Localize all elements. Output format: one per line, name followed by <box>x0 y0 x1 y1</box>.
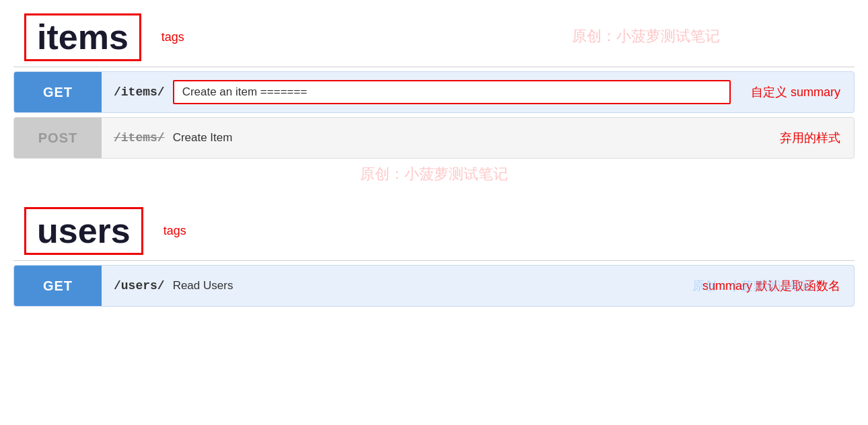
users-get-annotation: summary 默认是取函数名 <box>689 278 854 294</box>
users-section-header: users tags <box>13 200 855 259</box>
users-get-row[interactable]: GET /users/ Read Users summary 默认是取函数名 原… <box>13 265 855 307</box>
users-title: users <box>24 207 143 255</box>
items-title: items <box>24 13 141 61</box>
items-post-row[interactable]: POST /items/ Create Item 弃用的样式 <box>13 117 855 159</box>
mid-watermark-area: 原创：小菠萝测试笔记 <box>13 164 855 184</box>
items-get-summary: Create an item ======= <box>173 80 731 104</box>
items-get-path: /items/ <box>102 85 173 99</box>
items-post-path: /items/ <box>102 131 173 145</box>
items-get-row[interactable]: GET /items/ Create an item ======= 自定义 s… <box>13 71 855 113</box>
items-section-header: items tags 原创：小菠萝测试笔记 <box>13 7 855 65</box>
items-get-method-badge: GET <box>14 72 102 112</box>
items-divider <box>13 67 855 67</box>
items-post-method-badge: POST <box>14 118 102 158</box>
items-tags-label: tags <box>161 30 184 44</box>
users-tags-label: tags <box>164 224 186 238</box>
users-get-path: /users/ <box>102 279 173 293</box>
items-post-annotation: 弃用的样式 <box>766 130 854 146</box>
users-get-method-badge: GET <box>14 266 102 306</box>
items-watermark: 原创：小菠萝测试笔记 <box>572 26 720 46</box>
page-container: items tags 原创：小菠萝测试笔记 GET /items/ Create… <box>0 0 868 317</box>
mid-watermark-pink: 原创：小菠萝测试笔记 <box>360 164 508 184</box>
items-get-annotation: 自定义 summary <box>737 84 854 100</box>
users-divider <box>13 260 855 261</box>
section-gap <box>13 190 855 200</box>
items-post-summary: Create Item <box>173 131 766 145</box>
users-get-summary: Read Users <box>173 279 689 293</box>
